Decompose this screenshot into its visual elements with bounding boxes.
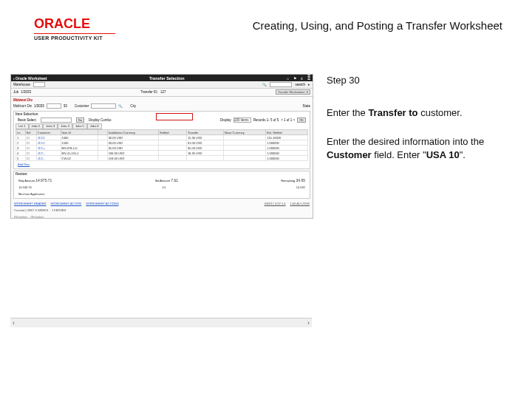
scroll-left-icon[interactable]: ‹ xyxy=(13,319,15,327)
worksheet-action-link[interactable]: WORKSHEET ACTION xyxy=(51,202,82,205)
go-button[interactable]: Go xyxy=(76,117,84,123)
table-row[interactable]: 5☐JCC..CW-02193.00 USD1.000000 xyxy=(16,156,308,161)
add-row-link[interactable]: Add Row xyxy=(16,161,32,168)
audit-right-2: 1:04 AU LOGS xyxy=(290,202,310,205)
table-cell xyxy=(224,135,266,140)
table-cell[interactable]: ☐ xyxy=(25,146,36,151)
table-cell: 01.00 USD xyxy=(186,140,223,146)
customer-input[interactable] xyxy=(91,103,116,109)
multicurr-input[interactable] xyxy=(47,103,61,109)
table-row[interactable]: 4☐JCC..MV-41-101-1100.00 USD18.39 USD1.0… xyxy=(16,151,308,156)
table-cell xyxy=(186,156,223,161)
table-cell: 1.000000 xyxy=(266,151,308,156)
table-cell: 5 xyxy=(16,156,26,161)
table-cell: 1.000000 xyxy=(266,140,308,146)
worksheet-actions-link[interactable]: WORKSHEET ACTIONS xyxy=(86,202,118,205)
tab-jobs-2[interactable]: Jobs 2 xyxy=(29,123,44,129)
brand-logo: ORACLE xyxy=(34,16,115,34)
search-go-icon[interactable]: ▸ xyxy=(308,83,310,86)
instr2-mid: field. Enter " xyxy=(372,149,426,160)
tab-jobs-4[interactable]: Jobs 4 xyxy=(58,123,72,129)
step-label: Step 30 xyxy=(327,74,511,87)
scroll-right-icon[interactable]: › xyxy=(307,319,310,327)
col-ln[interactable]: Ln xyxy=(16,130,26,135)
instr2-bold1: Customer xyxy=(327,149,372,160)
customer-lookup-icon[interactable]: 🔍 xyxy=(118,104,123,108)
grid-icon[interactable]: ≡ xyxy=(301,76,303,81)
col-transfer[interactable]: Transfer xyxy=(186,130,223,135)
table-cell xyxy=(224,151,266,156)
back-link[interactable]: ‹ Oracle Worksheet xyxy=(13,76,47,81)
table-row[interactable]: 1☐JCC1106030.00 USD15.36 USD116.16000 xyxy=(16,135,308,140)
table-cell xyxy=(98,140,108,146)
table-cell xyxy=(98,151,108,156)
display-combo-label: Display Combo xyxy=(89,118,112,122)
horizontal-scrollbar[interactable]: ‹ › xyxy=(10,318,312,327)
city-label: City xyxy=(130,104,136,108)
tab-jobs-5[interactable]: Jobs 5 xyxy=(72,123,87,129)
table-cell xyxy=(159,146,187,151)
items-table: Ln Sel Customer Item Id Installation Cur… xyxy=(16,129,308,161)
table-cell: CW-02 xyxy=(61,156,98,161)
tab-jobs-3[interactable]: Jobs 3 xyxy=(43,123,58,129)
table-cell[interactable]: ☐ xyxy=(25,156,36,161)
table-cell: 35.03 USD xyxy=(107,146,158,151)
page-nav[interactable]: < 1 of 1 > xyxy=(281,118,295,122)
search-icon[interactable]: 🔍 xyxy=(262,83,267,86)
table-cell xyxy=(159,151,187,156)
records-label: Records 1- 5 of 5 xyxy=(253,118,279,122)
state-label: State xyxy=(302,104,310,108)
ok-button[interactable]: OK xyxy=(297,117,306,123)
home-icon[interactable]: ⌂ xyxy=(287,76,289,81)
display-select[interactable]: 100 Items xyxy=(233,117,251,123)
app-topbar: ‹ Oracle Worksheet Transfer Selection ⌂ … xyxy=(11,75,313,81)
brand-subtitle: USER PRODUCTIVITY KIT xyxy=(34,35,115,41)
col-install-currency[interactable]: Installation Currency xyxy=(107,130,158,135)
table-cell[interactable]: ☐ xyxy=(25,135,36,140)
reselect-link-2[interactable]: (Re)select xyxy=(30,215,44,219)
req-amount-value: 14.975.71 xyxy=(35,178,52,183)
table-cell xyxy=(224,156,266,161)
multicurr-aux: 33 xyxy=(64,104,67,108)
transfer-id-label: Transfer ID: xyxy=(140,90,158,94)
worksheet-header-link[interactable]: WORKSHEET HEADER xyxy=(14,202,47,205)
table-cell: 2 xyxy=(16,140,26,146)
display-label: Display xyxy=(220,118,231,122)
warehouse-input[interactable] xyxy=(33,82,45,87)
transfer-workstation-button[interactable]: Transfer Workstation: 0 xyxy=(276,89,310,95)
table-cell: 03.00 USD xyxy=(107,140,158,146)
table-cell: 1060 xyxy=(61,135,98,140)
col-customer[interactable]: Customer xyxy=(36,130,61,135)
col-item[interactable]: Item Id xyxy=(61,130,98,135)
instr2-post: ". xyxy=(460,149,466,160)
table-cell xyxy=(159,135,187,140)
table-cell: 3 xyxy=(16,146,26,151)
flag-icon[interactable]: ⚑ xyxy=(293,76,296,81)
instruction-panel: Step 30 Enter the Transfer to customer. … xyxy=(327,74,522,327)
col-sel[interactable]: Sel xyxy=(25,130,36,135)
tab-jobs-6[interactable]: Jobs 6 xyxy=(87,123,102,129)
col-base-currency[interactable]: Base Currency xyxy=(224,130,266,135)
third-amount-value: 7.61 xyxy=(171,178,178,183)
reselect-link-1[interactable]: (Re)select xyxy=(14,215,27,219)
table-row[interactable]: 3☐JCC--MV-078-1-035.03 USD35.03 USD1.000… xyxy=(16,146,308,151)
col-settled[interactable]: Settled xyxy=(159,130,187,135)
basic-search-label: Basic Select xyxy=(18,118,36,122)
tab-list-1[interactable]: List 1 xyxy=(16,123,29,129)
table-cell xyxy=(159,156,187,161)
table-cell: 1500 xyxy=(61,140,98,146)
review-val-1: 14.940.76 xyxy=(18,185,32,189)
item-tabs: List 1 Jobs 2 Jobs 3 Jobs 4 Jobs 5 Jobs … xyxy=(16,123,308,129)
col-est-settled[interactable]: Est. Settled xyxy=(266,130,308,135)
table-cell xyxy=(98,135,108,140)
basic-search-input[interactable] xyxy=(41,117,72,123)
table-cell[interactable]: ☐ xyxy=(25,140,36,146)
from-division-label: Midwest Div xyxy=(13,98,33,102)
table-cell: 1.000000 xyxy=(266,146,308,151)
search-input[interactable] xyxy=(270,82,292,87)
table-row[interactable]: 2☐JCC2150003.00 USD01.00 USD1.000000 xyxy=(16,140,308,146)
table-cell[interactable]: ☐ xyxy=(25,151,36,156)
menu-icon[interactable]: ≣ xyxy=(307,76,310,81)
multicurr-label: Multicurr Div xyxy=(13,104,32,108)
table-cell: MV-078-1-0 xyxy=(61,146,98,151)
